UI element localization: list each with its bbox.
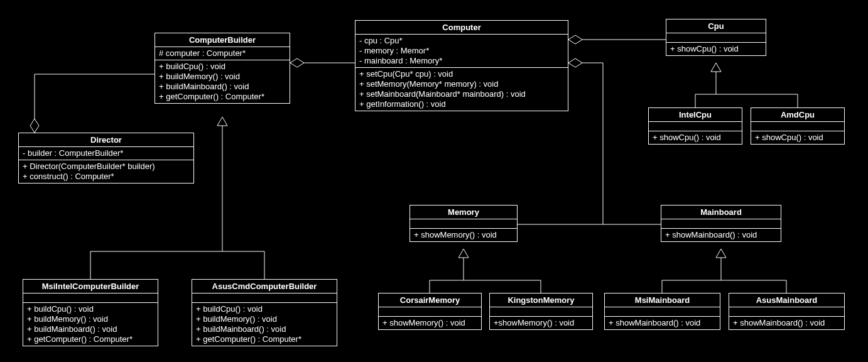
diamond-icon: [568, 35, 582, 44]
class-MsiMainboard: MsiMainboard + showMainboard() : void: [604, 293, 720, 330]
diamond-icon: [568, 58, 582, 67]
methods: + showMainboard() : void: [661, 229, 781, 241]
methods: +showMemory() : void: [490, 317, 592, 329]
class-Director: Director - builder : ComputerBuilder* + …: [18, 133, 194, 184]
class-CorsairMemory: CorsairMemory + showMemory() : void: [378, 293, 482, 330]
class-name: MsiIntelComputerBuilder: [23, 280, 158, 293]
attributes: [192, 293, 337, 303]
diamond-icon: [30, 119, 39, 133]
attributes: [661, 219, 781, 229]
methods: + buildCpu() : void + buildMemory() : vo…: [192, 303, 337, 346]
methods: + showMainboard() : void: [729, 317, 844, 329]
uml-canvas: { "classes": { "ComputerBuilder": { "nam…: [0, 0, 868, 362]
class-name: CorsairMemory: [379, 293, 481, 307]
class-Computer: Computer - cpu : Cpu* - memory : Memor* …: [355, 20, 568, 111]
methods: + showCpu() : void: [751, 131, 844, 144]
triangle-icon: [716, 249, 726, 258]
class-name: MsiMainboard: [605, 293, 720, 307]
methods: + showMainboard() : void: [605, 317, 720, 329]
triangle-icon: [458, 249, 469, 258]
class-name: AsusCmdComputerBuilder: [192, 280, 337, 293]
class-MsiIntelComputerBuilder: MsiIntelComputerBuilder + buildCpu() : v…: [23, 279, 158, 346]
class-name: KingstonMemory: [490, 293, 592, 307]
rel-director-builder: [35, 74, 155, 133]
attributes: [605, 307, 720, 317]
attributes: - builder : ComputerBuilder*: [19, 147, 193, 160]
attributes: [729, 307, 844, 317]
class-AmdCpu: AmdCpu + showCpu() : void: [751, 107, 845, 145]
class-name: Memory: [410, 206, 517, 219]
class-AsusMainboard: AsusMainboard + showMainboard() : void: [729, 293, 845, 330]
methods: + showCpu() : void: [649, 131, 742, 144]
methods: + showMemory() : void: [410, 229, 517, 241]
attributes: [666, 33, 766, 43]
class-name: Cpu: [666, 19, 766, 33]
class-Memory: Memory + showMemory() : void: [410, 205, 518, 242]
class-name: IntelCpu: [649, 108, 742, 122]
diamond-icon: [290, 58, 304, 67]
class-Cpu: Cpu + showCpu() : void: [666, 19, 766, 56]
class-IntelCpu: IntelCpu + showCpu() : void: [648, 107, 742, 145]
attributes: [490, 307, 592, 317]
methods: + showMemory() : void: [379, 317, 481, 329]
class-name: ComputerBuilder: [155, 33, 290, 47]
methods: + setCpu(Cpu* cpu) : void + setMemory(Me…: [355, 68, 568, 111]
rel-computer-branch: [582, 63, 603, 224]
methods: + showCpu() : void: [666, 43, 766, 55]
class-name: Mainboard: [661, 206, 781, 219]
methods: + Director(ComputerBuilder* builder) + c…: [19, 160, 193, 183]
attributes: # computer : Computer*: [155, 47, 290, 60]
attributes: [410, 219, 517, 229]
class-AsusCmdComputerBuilder: AsusCmdComputerBuilder + buildCpu() : vo…: [192, 279, 337, 346]
triangle-icon: [217, 117, 227, 126]
class-name: Director: [19, 133, 193, 147]
class-name: AmdCpu: [751, 108, 844, 122]
triangle-icon: [711, 63, 721, 72]
class-name: AsusMainboard: [729, 293, 844, 307]
attributes: [23, 293, 158, 303]
attributes: [751, 122, 844, 131]
class-KingstonMemory: KingstonMemory +showMemory() : void: [489, 293, 593, 330]
class-ComputerBuilder: ComputerBuilder # computer : Computer* +…: [155, 33, 290, 104]
methods: + buildCpu() : void + buildMemory() : vo…: [155, 60, 290, 103]
attributes: [649, 122, 742, 131]
attributes: - cpu : Cpu* - memory : Memor* - mainboa…: [355, 35, 568, 68]
attributes: [379, 307, 481, 317]
methods: + buildCpu() : void + buildMemory() : vo…: [23, 303, 158, 346]
class-name: Computer: [355, 21, 568, 35]
class-Mainboard: Mainboard + showMainboard() : void: [661, 205, 781, 242]
